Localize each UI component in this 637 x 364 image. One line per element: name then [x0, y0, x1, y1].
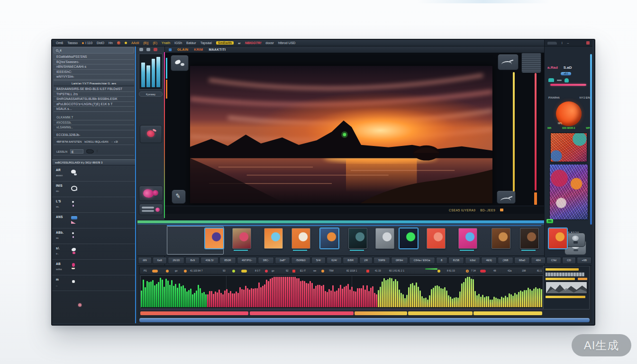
timeline-tool-button[interactable]: 850R	[219, 257, 236, 264]
teal-knob-icon[interactable]	[564, 78, 569, 82]
meter-label[interactable]: Kysnawy	[139, 91, 163, 97]
audio-clip-bar[interactable]	[140, 311, 248, 315]
trash-icon[interactable]	[146, 48, 150, 51]
tool-list-row[interactable]: ANS	[52, 213, 136, 228]
preview-tab[interactable]: GLAIN	[177, 48, 188, 51]
record-icon[interactable]	[154, 48, 157, 51]
timeline-tool-button[interactable]: 484	[531, 257, 545, 264]
effect-blob-button[interactable]	[139, 186, 163, 201]
clip-thumbnail[interactable]	[375, 228, 394, 249]
timeline-tool-button[interactable]: C9d	[546, 257, 561, 264]
clip-thumbnail[interactable]	[348, 228, 367, 249]
timeline-scrollbar[interactable]	[139, 318, 590, 322]
audio-clip-bar[interactable]	[355, 311, 407, 315]
tool-list-row[interactable]: INISss-	[52, 182, 136, 197]
clip-thumbnail[interactable]	[232, 228, 251, 249]
menu-item[interactable]: Om6	[56, 41, 63, 45]
value-field[interactable]: E	[70, 149, 83, 154]
tool-list-row[interactable]: L'Sss.	[52, 197, 136, 213]
teal-toggle-icon[interactable]	[548, 78, 554, 82]
timeline-tool-button[interactable]: (368	[498, 257, 513, 264]
timeline-tool-button[interactable]: 4E9)	[481, 257, 497, 264]
menu-item[interactable]: htbrod USD	[278, 41, 296, 45]
preview-blob[interactable]	[86, 149, 94, 154]
menu-item[interactable]: Tapsáal	[200, 41, 212, 45]
list-item[interactable]: bSALK.s...	[54, 107, 134, 112]
clip-thumbnail[interactable]	[399, 228, 418, 249]
timeline-tool-button[interactable]: +6B	[577, 257, 592, 264]
menu-item[interactable]: IGSh	[174, 41, 182, 45]
knob-button[interactable]	[140, 125, 162, 143]
timeline-tool-button[interactable]: t99	[138, 257, 152, 264]
combo-token[interactable]: 4BP.B7M.6AFSTEN	[56, 140, 82, 143]
timeline-tool-button[interactable]: 68a0	[514, 257, 530, 264]
menu-item[interactable]: (E)	[153, 41, 157, 45]
menu-item[interactable]: Tassso	[67, 41, 78, 45]
timeline-tool-button[interactable]: 2R	[359, 257, 373, 264]
timeline-tool-button[interactable]: 8x9	[185, 257, 200, 264]
timeline-tool-button[interactable]: 6a9	[153, 257, 167, 264]
timeline-tool-button[interactable]: C64a-/ E9Ga	[409, 257, 435, 264]
tool-icon[interactable]	[547, 42, 557, 45]
waveform-track[interactable]	[140, 275, 543, 309]
list-item[interactable]: vLSAMMs..	[54, 125, 134, 130]
menu-item[interactable]: doosr	[265, 41, 274, 45]
timeline-tool-button[interactable]: b3td	[465, 257, 480, 264]
combo-token[interactable]: ·· +3I	[111, 140, 118, 143]
timeline-tool-button[interactable]: 8/8R	[343, 257, 358, 264]
combo-token[interactable]: bO9GLI BQLnSAN	[84, 140, 108, 143]
timeline-tool-button[interactable]: 43E.5/	[200, 257, 218, 264]
tool-list-row[interactable]: ARasssn	[52, 166, 136, 182]
timeline-tool-button[interactable]: CD	[562, 257, 576, 264]
menu-item[interactable]: Batáur	[186, 41, 196, 45]
mixer-button[interactable]	[139, 204, 163, 215]
preview-tab[interactable]: MAAKTITI	[209, 48, 226, 51]
transform-tool-button[interactable]	[171, 55, 189, 71]
clip-thumbnail[interactable]	[548, 228, 567, 249]
menu-item[interactable]: (B)|	[143, 41, 148, 45]
menu-item[interactable]: AAdil	[131, 41, 139, 45]
timeline-tool-button[interactable]: 8158	[448, 257, 464, 264]
preview-tab[interactable]: KRIM	[194, 48, 203, 51]
timeline-tool-button[interactable]: 624/	[327, 257, 342, 264]
menu-item[interactable]: I 110	[82, 41, 92, 45]
home-icon[interactable]	[139, 48, 143, 51]
timeline-tool-button[interactable]: 5/4/	[311, 257, 326, 264]
list-item[interactable]: BQiss'Saassec-	[54, 60, 134, 65]
menu-item[interactable]: Hn	[109, 41, 113, 45]
blue-pill-button[interactable]: aB3	[561, 72, 571, 75]
red-guide-strip[interactable]	[535, 73, 537, 191]
list-item[interactable]: #9OSSSb.	[54, 120, 134, 126]
list-item[interactable]: ThPSTNLL 2rs	[54, 92, 134, 97]
info-icon[interactable]: i	[562, 41, 563, 45]
yellow-guide-strip[interactable]	[513, 72, 515, 191]
sidebar-section-header-1[interactable]: Laris'an Y.V.T Pravastru'star G. aes	[54, 80, 134, 86]
list-item[interactable]: GLKAMM.T	[54, 115, 134, 120]
list-item[interactable]: nBN/ShNbECAAHi-s	[54, 64, 134, 70]
preset-thumbnail-b[interactable]	[549, 164, 588, 220]
audio-clip-bar[interactable]	[408, 311, 473, 315]
clip-thumbnail[interactable]	[427, 228, 446, 249]
search-input[interactable]: 4	[54, 47, 134, 54]
sidebar-section-header-2[interactable]: ssBC/ISSLRGLAIDI b'y 3IG)/ IBIS'B 3	[52, 159, 136, 165]
clip-thumbnail[interactable]	[264, 228, 283, 249]
clip-thumbnail[interactable]	[320, 228, 339, 249]
add-clip-button[interactable]	[565, 233, 585, 247]
timeline-tool-button[interactable]: 2a8*	[275, 257, 291, 264]
menu-item[interactable]: Ynath	[162, 41, 170, 45]
timeline-tool-button[interactable]: 8	[436, 257, 447, 264]
tool-list-row[interactable]: s/.s-.	[52, 244, 136, 260]
clip-thumbnail[interactable]	[205, 228, 224, 249]
menu-item[interactable]: SmEwith	[216, 41, 234, 45]
tool-list-row[interactable]: ABb.ss	[52, 228, 136, 244]
list-item[interactable]: IEEEIShC:	[54, 70, 134, 75]
audio-clip-bar[interactable]	[473, 311, 542, 315]
orange-color-sphere[interactable]: NP1.	[556, 101, 582, 126]
mountain-clip-thumbnail[interactable]	[546, 282, 587, 294]
minimize-icon[interactable]: –	[567, 41, 569, 45]
timeline-tool-button[interactable]: 59R9	[373, 257, 390, 264]
tool-list-row[interactable]: ABssfss	[52, 260, 136, 275]
audio-clip-bar[interactable]	[250, 311, 354, 315]
timeline-tool-button[interactable]: 38C-	[258, 257, 273, 264]
list-item[interactable]: ECCE6L32IBJb-	[54, 133, 134, 138]
